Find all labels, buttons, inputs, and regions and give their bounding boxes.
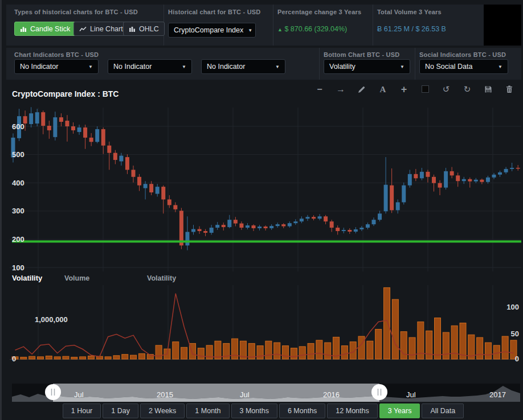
trash-icon[interactable] xyxy=(505,85,514,94)
divider xyxy=(319,48,320,80)
chevron-down-icon: ▼ xyxy=(182,64,186,69)
main-y-axis-label: 100 xyxy=(12,263,24,272)
bottom-axis-label: 100 xyxy=(506,303,519,311)
main-y-axis-label: 200 xyxy=(12,235,24,244)
candle-stick-label: Candle Stick xyxy=(30,25,70,33)
main-y-axis-label: 600 xyxy=(12,122,24,131)
navigator-label: 2015 xyxy=(157,390,173,399)
historical-chart-header: Historical chart for BTC - USD xyxy=(168,9,260,15)
green-plotline xyxy=(12,240,521,242)
pencil-icon[interactable] xyxy=(357,85,366,94)
minus-icon[interactable]: − xyxy=(315,85,324,94)
bar-chart-icon xyxy=(20,26,27,32)
range-button-12-months[interactable]: 12 Months xyxy=(327,403,377,418)
navigator-handle-right[interactable] xyxy=(371,384,387,400)
indicator-dropdown-3[interactable]: No Indicator▼ xyxy=(201,59,285,74)
historical-chart-dropdown[interactable]: CryptoCompare Index ▼ xyxy=(168,23,256,38)
redo-icon[interactable]: ↻ xyxy=(463,85,472,94)
chevron-down-icon: ▼ xyxy=(275,64,280,69)
bottom-chart-header: Bottom Chart BTC - USD xyxy=(324,51,399,58)
line-chart-button[interactable]: Line Chart xyxy=(73,22,129,36)
range-button-6-months[interactable]: 6 Months xyxy=(279,403,325,418)
total-volume-value: Ƀ 61.25 M / $ 26.53 B xyxy=(377,25,446,33)
navigator-label: Jul xyxy=(406,390,416,399)
navigator-label: 2016 xyxy=(323,390,340,399)
undo-icon[interactable]: ↺ xyxy=(442,85,451,94)
legend-item-volume[interactable]: Volume xyxy=(64,274,89,282)
percentage-change-header: Percentage change 3 Years xyxy=(277,9,361,15)
bottom-axis-label: 0 xyxy=(515,355,519,363)
chevron-down-icon: ▼ xyxy=(88,64,93,69)
save-icon[interactable] xyxy=(484,85,493,94)
up-arrow-icon: ▲ xyxy=(277,27,283,32)
text-annotation-icon[interactable]: A xyxy=(378,85,387,94)
divider xyxy=(415,48,415,80)
main-chart-title: CryptoCompare Index : BTC xyxy=(12,89,119,98)
color-swatch-icon[interactable] xyxy=(420,85,430,94)
indicator-dropdown-2[interactable]: No Indicator▼ xyxy=(108,59,192,74)
range-button-1-hour[interactable]: 1 Hour xyxy=(63,403,101,418)
divider xyxy=(373,5,373,46)
plus-icon[interactable]: + xyxy=(399,85,408,94)
bottom-chart-title: Volatility xyxy=(12,274,42,282)
social-dropdown[interactable]: No Social Data▼ xyxy=(419,59,508,74)
total-volume-header: Total Volume 3 Years xyxy=(377,9,442,15)
bottom-chart-dropdown[interactable]: Volatility▼ xyxy=(324,59,410,74)
range-button-all-data[interactable]: All Data xyxy=(422,403,464,418)
ohlc-label: OHLC xyxy=(139,25,159,33)
main-y-axis-label: 400 xyxy=(12,179,24,187)
navigator-label: Jul xyxy=(240,390,250,399)
navigator-handle-left[interactable] xyxy=(45,384,61,400)
chevron-down-icon: ▼ xyxy=(400,64,404,69)
chart-toolbar: − → A + ↺ ↻ xyxy=(315,84,514,94)
range-button-3-years[interactable]: 3 Years xyxy=(379,403,420,418)
navigator-label: 2017 xyxy=(489,390,506,399)
ohlc-chart-icon xyxy=(129,26,136,32)
main-candlestick-chart[interactable]: 600500400300200100 xyxy=(2,104,523,276)
main-y-axis-label: 300 xyxy=(12,207,24,215)
bottom-volume-volatility-chart[interactable]: 1,000,0000100500 xyxy=(2,283,523,366)
bottom-axis-label: 50 xyxy=(511,330,519,338)
bottom-axis-label: 1,000,000 xyxy=(35,315,68,324)
navigator-scrubber[interactable]: Jul2015Jul2016Jul2017 xyxy=(6,382,521,403)
social-indicators-header: Social Indicators BTC - USD xyxy=(419,51,506,58)
indicator-dropdown-1[interactable]: No Indicator▼ xyxy=(14,59,99,74)
range-button-2-weeks[interactable]: 2 Weeks xyxy=(140,403,185,418)
range-button-3-months[interactable]: 3 Months xyxy=(231,403,277,418)
chart-types-header: Types of historical charts for BTC - USD xyxy=(14,9,138,15)
historical-chart-value: CryptoCompare Index xyxy=(174,26,243,34)
main-y-axis-label: 500 xyxy=(12,150,24,159)
navigator-label: Jul xyxy=(74,390,84,399)
bottom-axis-label: 0 xyxy=(12,355,16,363)
range-button-1-month[interactable]: 1 Month xyxy=(186,403,229,418)
percentage-change-value: ▲ $ 870.66 (329.04%) xyxy=(277,25,347,33)
chevron-down-icon: ▼ xyxy=(498,64,502,69)
candle-stick-button[interactable]: Candle Stick xyxy=(14,22,76,36)
chevron-down-icon: ▼ xyxy=(248,28,252,33)
chart-indicators-header: Chart Indicators BTC - USD xyxy=(14,51,99,58)
range-button-1-day[interactable]: 1 Day xyxy=(103,403,138,418)
time-range-buttons: 1 Hour1 Day2 Weeks1 Month3 Months6 Month… xyxy=(2,403,523,418)
divider xyxy=(273,5,273,46)
line-chart-label: Line Chart xyxy=(90,25,123,33)
arrow-right-icon[interactable]: → xyxy=(336,85,345,94)
line-chart-icon xyxy=(79,26,87,32)
legend-item-volatility[interactable]: Volatility xyxy=(147,274,176,282)
ohlc-button[interactable]: OHLC xyxy=(123,22,165,36)
ad-placeholder xyxy=(484,5,521,46)
